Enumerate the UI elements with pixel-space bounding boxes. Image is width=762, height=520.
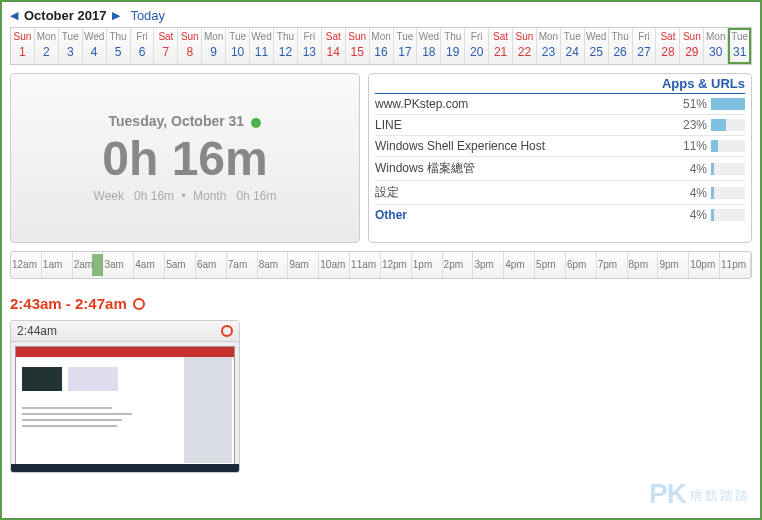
calendar-day[interactable]: Sun29	[680, 28, 704, 64]
watermark: PK痞凱踏踏	[649, 478, 750, 510]
day-of-week: Mon	[704, 30, 727, 44]
hour-cell[interactable]: 8pm	[628, 252, 659, 278]
hour-cell[interactable]: 6am	[196, 252, 227, 278]
calendar-day[interactable]: Wed11	[250, 28, 274, 64]
calendar-day[interactable]: Sat7	[154, 28, 178, 64]
calendar-day[interactable]: Thu12	[274, 28, 298, 64]
day-number: 21	[489, 44, 512, 60]
app-percent: 11%	[673, 139, 707, 153]
calendar-day[interactable]: Fri13	[298, 28, 322, 64]
calendar-day[interactable]: Tue31	[728, 28, 751, 64]
calendar-day[interactable]: Wed18	[417, 28, 441, 64]
calendar-day[interactable]: Tue17	[394, 28, 418, 64]
calendar-day[interactable]: Sun8	[178, 28, 202, 64]
prev-month-button[interactable]: ◀	[10, 9, 18, 22]
calendar-day[interactable]: Sat14	[322, 28, 346, 64]
app-row-other[interactable]: Other4%	[375, 205, 745, 225]
day-of-week: Sat	[322, 30, 345, 44]
calendar-day[interactable]: Wed25	[585, 28, 609, 64]
screenshot-thumbnail[interactable]	[11, 342, 239, 472]
hour-cell[interactable]: 10pm	[689, 252, 720, 278]
calendar-day[interactable]: Mon16	[370, 28, 394, 64]
calendar-strip: Sun1Mon2Tue3Wed4Thu5Fri6Sat7Sun8Mon9Tue1…	[10, 27, 752, 65]
app-row[interactable]: LINE23%	[375, 115, 745, 136]
hour-cell[interactable]: 9pm	[658, 252, 689, 278]
summary-subtotals: Week 0h 16m • Month 0h 16m	[94, 189, 277, 203]
calendar-day[interactable]: Mon2	[35, 28, 59, 64]
hour-timeline[interactable]: 12am1am2am3am4am5am6am7am8am9am10am11am1…	[10, 251, 752, 279]
app-bar	[711, 140, 745, 152]
app-bar	[711, 209, 745, 221]
calendar-day[interactable]: Mon23	[537, 28, 561, 64]
day-of-week: Tue	[561, 30, 584, 44]
hour-cell[interactable]: 1pm	[412, 252, 443, 278]
hour-cell[interactable]: 2pm	[443, 252, 474, 278]
apps-header[interactable]: Apps & URLs	[375, 76, 745, 94]
hour-cell[interactable]: 5pm	[535, 252, 566, 278]
status-dot-icon	[251, 118, 261, 128]
calendar-day[interactable]: Thu19	[441, 28, 465, 64]
hour-cell[interactable]: 8am	[258, 252, 289, 278]
calendar-day[interactable]: Tue10	[226, 28, 250, 64]
calendar-day[interactable]: Sun1	[11, 28, 35, 64]
hour-cell[interactable]: 6pm	[566, 252, 597, 278]
day-number: 14	[322, 44, 345, 60]
hour-cell[interactable]: 5am	[165, 252, 196, 278]
hour-cell[interactable]: 12am	[11, 252, 42, 278]
app-row[interactable]: Windows Shell Experience Host11%	[375, 136, 745, 157]
hour-cell[interactable]: 11pm	[720, 252, 751, 278]
day-of-week: Wed	[585, 30, 608, 44]
day-number: 31	[728, 44, 751, 60]
app-bar	[711, 187, 745, 199]
day-number: 24	[561, 44, 584, 60]
watermark-big: PK	[649, 478, 686, 509]
screenshot-card[interactable]: 2:44am	[10, 320, 240, 473]
app-row[interactable]: Windows 檔案總管4%	[375, 157, 745, 181]
calendar-day[interactable]: Fri20	[465, 28, 489, 64]
hour-cell[interactable]: 3am	[103, 252, 134, 278]
hour-cell[interactable]: 12pm	[381, 252, 412, 278]
apps-panel: Apps & URLs www.PKstep.com51%LINE23%Wind…	[368, 73, 752, 243]
today-button[interactable]: Today	[130, 8, 165, 23]
calendar-day[interactable]: Fri27	[633, 28, 657, 64]
day-of-week: Mon	[537, 30, 560, 44]
hour-cell[interactable]: 10am	[319, 252, 350, 278]
day-of-week: Sun	[178, 30, 201, 44]
watermark-small: 痞凱踏踏	[690, 488, 750, 503]
calendar-day[interactable]: Sat21	[489, 28, 513, 64]
day-number: 2	[35, 44, 58, 60]
calendar-day[interactable]: Wed4	[83, 28, 107, 64]
hour-cell[interactable]: 9am	[288, 252, 319, 278]
calendar-day[interactable]: Thu5	[107, 28, 131, 64]
calendar-day[interactable]: Sun22	[513, 28, 537, 64]
calendar-day[interactable]: Mon9	[202, 28, 226, 64]
next-month-button[interactable]: ▶	[112, 9, 120, 22]
day-of-week: Tue	[59, 30, 82, 44]
day-of-week: Mon	[370, 30, 393, 44]
day-of-week: Wed	[250, 30, 273, 44]
hour-cell[interactable]: 11am	[350, 252, 381, 278]
calendar-day[interactable]: Thu26	[609, 28, 633, 64]
calendar-day[interactable]: Mon30	[704, 28, 728, 64]
hour-cell[interactable]: 7pm	[597, 252, 628, 278]
calendar-day[interactable]: Sun15	[346, 28, 370, 64]
day-of-week: Fri	[465, 30, 488, 44]
calendar-day[interactable]: Fri6	[131, 28, 155, 64]
day-number: 8	[178, 44, 201, 60]
hour-cell[interactable]: 4am	[134, 252, 165, 278]
hour-cell[interactable]: 4pm	[504, 252, 535, 278]
day-number: 19	[441, 44, 464, 60]
calendar-day[interactable]: Sat28	[656, 28, 680, 64]
hour-cell[interactable]: 3pm	[473, 252, 504, 278]
app-percent: 4%	[673, 208, 707, 222]
day-of-week: Sat	[154, 30, 177, 44]
app-row[interactable]: www.PKstep.com51%	[375, 94, 745, 115]
calendar-day[interactable]: Tue24	[561, 28, 585, 64]
app-row[interactable]: 設定4%	[375, 181, 745, 205]
hour-cell[interactable]: 7am	[227, 252, 258, 278]
day-of-week: Mon	[35, 30, 58, 44]
hour-cell[interactable]: 1am	[42, 252, 73, 278]
timeline-activity-marker[interactable]	[92, 254, 102, 276]
month-label: October 2017	[24, 8, 106, 23]
calendar-day[interactable]: Tue3	[59, 28, 83, 64]
